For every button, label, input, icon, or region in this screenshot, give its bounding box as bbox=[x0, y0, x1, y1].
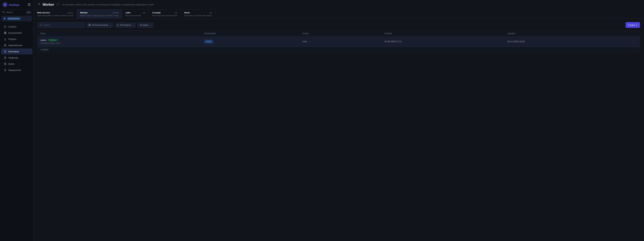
svg-rect-3 bbox=[28, 5, 29, 6]
tab-hook-desc: Automate your script every deploy bbox=[184, 14, 212, 16]
row-more-button[interactable]: ⋮ bbox=[630, 39, 637, 44]
svg-point-11 bbox=[4, 46, 5, 46]
page-header: Worker ? An execution refers to the proc… bbox=[34, 0, 644, 9]
svg-rect-16 bbox=[89, 24, 90, 25]
published-badge: Published bbox=[48, 39, 58, 41]
apps-grid-icon[interactable] bbox=[28, 3, 31, 6]
environment-label: development bbox=[7, 17, 21, 20]
row-command: command: celery -A cor... bbox=[40, 42, 204, 44]
tab-worker-name: Worker bbox=[80, 11, 88, 14]
main-content: Worker ? An execution refers to the proc… bbox=[34, 0, 644, 241]
tab-hook-type: job bbox=[210, 12, 212, 14]
tab-jobs-name: Jobs bbox=[126, 11, 130, 14]
toolbar: All Environments ⌄ {} All Projects ⌄ All… bbox=[38, 22, 640, 28]
updated-date: 04-11-2024 15:53 bbox=[508, 40, 525, 43]
sidebar-item-vargroups[interactable]: Vargroups bbox=[1, 55, 32, 61]
svg-rect-9 bbox=[5, 33, 6, 34]
col-actions bbox=[630, 32, 637, 35]
svg-rect-6 bbox=[4, 32, 5, 33]
col-project: Project bbox=[302, 32, 384, 35]
svg-point-14 bbox=[4, 63, 6, 65]
search-box-icon bbox=[40, 24, 42, 26]
col-created: Created bbox=[385, 32, 508, 35]
tab-web-service-desc: Listen http petition. It need a domain t… bbox=[37, 14, 73, 16]
tab-web-service-type: service bbox=[68, 12, 73, 14]
filter-environments-button[interactable]: All Environments ⌄ bbox=[86, 22, 113, 28]
sidebar-item-label-clusters: Clusters bbox=[8, 25, 16, 28]
tab-jobs[interactable]: Jobs job Run script one time bbox=[122, 9, 149, 18]
env-status-dot bbox=[4, 18, 5, 19]
filter-projects-button[interactable]: {} All Projects ⌄ bbox=[115, 22, 136, 28]
help-icon[interactable]: ? bbox=[56, 3, 60, 6]
chevron-down-icon: ⌄ bbox=[150, 24, 151, 26]
tab-cronjob[interactable]: Cronjob job Run script every period of t… bbox=[149, 9, 181, 18]
tab-worker[interactable]: Worker service Wait for task. It need a … bbox=[77, 9, 122, 18]
search-icon bbox=[2, 11, 5, 14]
create-button[interactable]: Create + bbox=[626, 22, 640, 28]
row-environment-cell: mock bbox=[204, 40, 302, 43]
tab-worker-desc: Wait for task. It need a queue or broker… bbox=[80, 14, 118, 16]
logo-icon bbox=[3, 2, 8, 7]
deployments-icon bbox=[4, 68, 7, 72]
search-box[interactable] bbox=[38, 22, 84, 28]
sidebar-item-builds[interactable]: Builds bbox=[1, 61, 32, 67]
created-date: 02-09-2024 17:11 bbox=[385, 40, 402, 43]
svg-rect-13 bbox=[4, 57, 6, 59]
sidebar-search[interactable]: Search ⌘ k bbox=[0, 9, 34, 15]
search-label: Search bbox=[6, 11, 13, 13]
svg-rect-2 bbox=[29, 3, 30, 4]
sidebar-logo: sleakops bbox=[0, 0, 34, 9]
environments-icon bbox=[4, 31, 7, 34]
sidebar-item-label-builds: Builds bbox=[8, 63, 14, 65]
tab-jobs-type: job bbox=[143, 12, 146, 14]
table-row[interactable]: celery Published command: celery -A cor.… bbox=[38, 36, 640, 47]
svg-rect-1 bbox=[28, 3, 29, 4]
sidebar-item-clusters[interactable]: Clusters bbox=[1, 24, 32, 30]
col-updated: Updated bbox=[508, 32, 630, 35]
search-input[interactable] bbox=[44, 24, 82, 26]
worker-name: celery bbox=[40, 39, 46, 41]
objects-count: 1 objects bbox=[38, 47, 640, 52]
sidebar-item-deployments[interactable]: Deployments bbox=[1, 67, 32, 73]
sidebar-item-label-environments: Environments bbox=[8, 32, 22, 34]
sidebar-item-environments[interactable]: Environments bbox=[1, 30, 32, 36]
row-name-top: celery Published bbox=[40, 39, 204, 41]
sidebar-item-executions[interactable]: Executions bbox=[1, 48, 32, 54]
dependencies-icon bbox=[4, 44, 7, 47]
executions-icon bbox=[4, 50, 7, 53]
tab-worker-header: Worker service bbox=[80, 11, 118, 14]
filter-env-label: All Environments bbox=[92, 24, 108, 26]
sidebar: sleakops Search ⌘ k development ⌄ bbox=[0, 0, 34, 241]
sidebar-item-projects[interactable]: {} Projects bbox=[1, 36, 32, 42]
sidebar-item-label-deployments: Deployments bbox=[8, 69, 21, 71]
svg-point-12 bbox=[6, 46, 6, 46]
tab-cronjob-header: Cronjob job bbox=[152, 11, 177, 14]
tab-jobs-desc: Run script one time bbox=[126, 14, 146, 16]
environment-selector[interactable]: development ⌄ bbox=[1, 16, 32, 21]
search-shortcut: ⌘ k bbox=[26, 11, 31, 13]
tab-cronjob-desc: Run script every period of time bbox=[152, 14, 177, 16]
sidebar-item-label-vargroups: Vargroups bbox=[8, 56, 18, 59]
clusters-icon bbox=[4, 25, 7, 28]
plus-icon: + bbox=[636, 23, 637, 26]
page-description: An execution refers to the process of ru… bbox=[62, 3, 154, 6]
sidebar-item-label-executions: Executions bbox=[8, 50, 19, 53]
row-updated-cell: 04-11-2024 15:53 bbox=[508, 40, 630, 43]
tab-web-service[interactable]: Web Service service Listen http petition… bbox=[34, 9, 77, 18]
tab-hook[interactable]: Hook job Automate your script every depl… bbox=[181, 9, 216, 18]
project-name: core bbox=[302, 40, 307, 43]
sidebar-item-dependencies[interactable]: Dependencies bbox=[1, 42, 32, 48]
logo-text: sleakops bbox=[9, 3, 20, 6]
page-title: Worker bbox=[42, 3, 54, 6]
svg-rect-19 bbox=[90, 25, 90, 26]
tab-cronjob-type: job bbox=[175, 12, 177, 14]
filter-states-button[interactable]: All states ⌄ bbox=[138, 22, 154, 28]
main-nav: Clusters Environments {} Projects bbox=[0, 22, 34, 241]
col-name: Name bbox=[40, 32, 204, 35]
tab-web-service-name: Web Service bbox=[37, 11, 50, 14]
filter-projects-label: All Projects bbox=[120, 24, 131, 26]
projects-icon: {} bbox=[4, 37, 7, 40]
col-environment: Environment bbox=[204, 32, 302, 35]
row-name-cell: celery Published command: celery -A cor.… bbox=[40, 39, 204, 44]
sidebar-item-label-projects: Projects bbox=[8, 38, 16, 40]
